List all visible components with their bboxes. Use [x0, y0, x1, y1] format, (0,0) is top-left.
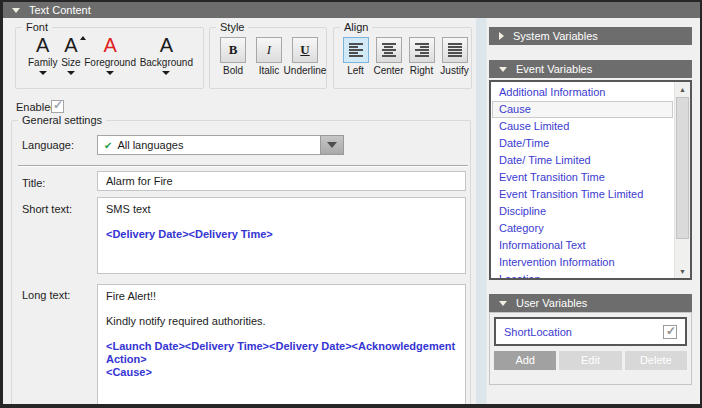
title-label: Title: — [22, 177, 45, 189]
delete-button[interactable]: Delete — [625, 351, 687, 370]
language-combobox[interactable]: All languages — [97, 135, 344, 155]
align-left-icon — [349, 43, 363, 57]
align-justify-button[interactable] — [442, 37, 468, 63]
language-value: All languages — [117, 139, 183, 151]
font-size-button[interactable]: A Size — [61, 35, 80, 75]
language-label: Language: — [22, 139, 74, 151]
font-size-icon: A — [64, 35, 77, 56]
section-title: Text Content — [29, 4, 91, 16]
font-group: Font A Family A Size A Foreground A Back… — [15, 27, 204, 89]
italic-button[interactable]: I — [256, 37, 282, 63]
list-item[interactable]: Date/Time — [492, 135, 673, 152]
event-variables-header[interactable]: Event Variables — [489, 60, 692, 78]
list-item[interactable]: Event Transition Time Limited — [492, 186, 673, 203]
list-scrollbar[interactable] — [674, 82, 690, 278]
language-dropdown-button[interactable] — [320, 135, 344, 155]
long-text-tokens: <Launch Date><Delivery Time><Delivery Da… — [106, 340, 457, 379]
font-background-button[interactable]: A Background — [140, 35, 193, 75]
dropdown-arrow-icon — [327, 142, 337, 148]
align-group: Align Left Center Right — [333, 27, 472, 89]
system-variables-header[interactable]: System Variables — [489, 27, 692, 45]
list-item[interactable]: Intervention Information — [492, 254, 673, 271]
background-color-icon: A — [160, 35, 173, 56]
user-variables-panel: ShortLocation Add Edit Delete — [489, 312, 692, 385]
underline-icon: U — [300, 42, 309, 58]
scroll-up-icon[interactable] — [675, 82, 690, 96]
align-center-icon — [382, 43, 396, 57]
user-variable-row[interactable]: ShortLocation — [494, 317, 687, 346]
list-item[interactable]: Date/ Time Limited — [492, 152, 673, 169]
list-item[interactable]: Event Transition Time — [492, 169, 673, 186]
user-variables-header[interactable]: User Variables — [489, 294, 692, 312]
general-settings-legend: General settings — [18, 114, 106, 126]
scroll-down-icon[interactable] — [675, 264, 690, 278]
edit-button[interactable]: Edit — [559, 351, 621, 370]
list-item[interactable]: Discipline — [492, 203, 673, 220]
long-text-label: Long text: — [22, 289, 70, 301]
align-left-button[interactable] — [343, 37, 369, 63]
short-text-area[interactable]: SMS text <Delivery Date><Delivery Time> — [97, 197, 466, 274]
dropdown-caret-icon — [162, 71, 170, 75]
style-group-legend: Style — [216, 21, 248, 33]
dropdown-caret-icon — [39, 71, 47, 75]
general-settings-group: General settings Language: All languages… — [11, 120, 471, 408]
short-text-plain: SMS text — [106, 203, 457, 216]
user-variable-checkbox[interactable] — [663, 325, 677, 339]
font-family-icon: A — [36, 35, 49, 56]
font-group-legend: Font — [22, 21, 52, 33]
list-item[interactable]: Informational Text — [492, 237, 673, 254]
panel-divider-scrollbar[interactable] — [475, 18, 487, 404]
style-group: Style B Bold I Italic U Underline — [209, 27, 327, 89]
collapse-arrow-icon — [499, 67, 507, 72]
list-item[interactable]: Location — [492, 271, 673, 280]
title-input[interactable]: Alarm for Fire — [97, 171, 466, 191]
bold-icon: B — [229, 42, 238, 58]
italic-icon: I — [267, 42, 271, 58]
user-variable-name: ShortLocation — [504, 326, 572, 338]
foreground-color-icon: A — [103, 35, 116, 56]
align-justify-icon — [448, 43, 462, 57]
long-text-line2: Kindly notify required authorities. — [106, 315, 457, 328]
underline-button[interactable]: U — [292, 37, 318, 63]
long-text-line1: Fire Alert!! — [106, 290, 457, 303]
expand-arrow-icon — [499, 32, 504, 40]
section-header-text-content[interactable]: Text Content — [3, 2, 700, 18]
collapse-arrow-icon — [12, 8, 20, 13]
language-check-icon — [104, 139, 112, 151]
short-text-label: Short text: — [22, 203, 72, 215]
font-family-button[interactable]: A Family — [28, 35, 57, 75]
align-group-legend: Align — [340, 21, 372, 33]
short-text-tokens: <Delivery Date><Delivery Time> — [106, 228, 457, 241]
add-button[interactable]: Add — [494, 351, 556, 370]
event-variables-list: Additional Information Cause Cause Limit… — [489, 80, 692, 280]
long-text-area[interactable]: Fire Alert!! Kindly notify required auth… — [97, 284, 466, 408]
title-value: Alarm for Fire — [106, 175, 173, 187]
list-item[interactable]: Category — [492, 220, 673, 237]
size-up-arrow-icon — [80, 36, 86, 40]
collapse-arrow-icon — [499, 301, 507, 306]
enabled-checkbox[interactable] — [51, 100, 64, 113]
align-center-button[interactable] — [376, 37, 402, 63]
text-content-window: Text Content Font A Family A Size A Fore… — [0, 0, 702, 408]
align-right-icon — [415, 43, 429, 57]
dropdown-caret-icon — [106, 71, 114, 75]
separator-line — [18, 165, 468, 167]
list-item[interactable]: Cause Limited — [492, 118, 673, 135]
scrollbar-thumb[interactable] — [676, 97, 689, 239]
list-item[interactable]: Additional Information — [492, 84, 673, 101]
dropdown-caret-icon — [67, 71, 75, 75]
font-foreground-button[interactable]: A Foreground — [84, 35, 136, 75]
align-right-button[interactable] — [409, 37, 435, 63]
list-item-selected[interactable]: Cause — [492, 101, 673, 118]
bold-button[interactable]: B — [220, 37, 246, 63]
